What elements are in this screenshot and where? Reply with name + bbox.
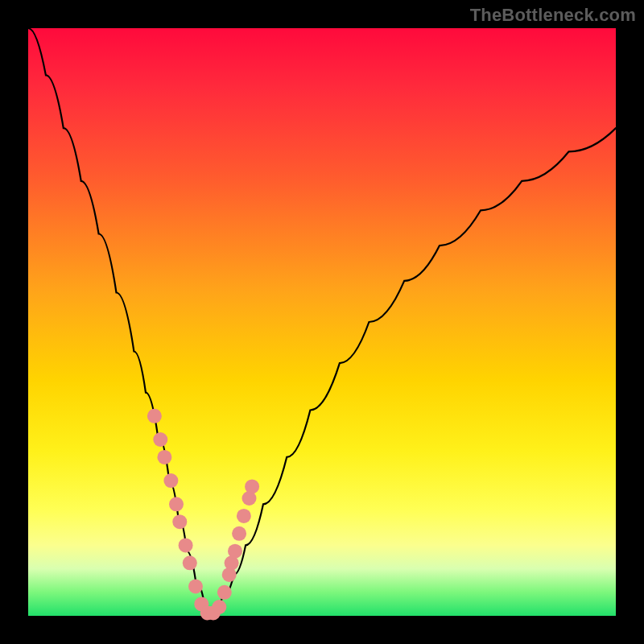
marker-dot	[179, 538, 193, 552]
marker-dot	[232, 526, 246, 541]
marker-group	[147, 409, 259, 621]
curve-right-branch	[210, 128, 616, 616]
marker-dot	[245, 479, 259, 493]
chart-svg	[28, 28, 616, 616]
marker-dot	[169, 497, 184, 511]
marker-dot	[153, 432, 167, 447]
chart-stage: TheBottleneck.com	[0, 0, 644, 644]
plot-area	[28, 28, 616, 616]
marker-dot	[157, 450, 171, 464]
marker-dot	[163, 473, 178, 488]
marker-dot	[172, 514, 187, 529]
marker-dot	[237, 509, 251, 523]
watermark-text: TheBottleneck.com	[470, 5, 636, 26]
marker-dot	[183, 555, 197, 570]
marker-dot	[188, 580, 203, 594]
marker-dot	[212, 600, 226, 614]
marker-dot	[217, 585, 232, 600]
marker-dot	[228, 544, 242, 559]
marker-dot	[147, 409, 162, 423]
